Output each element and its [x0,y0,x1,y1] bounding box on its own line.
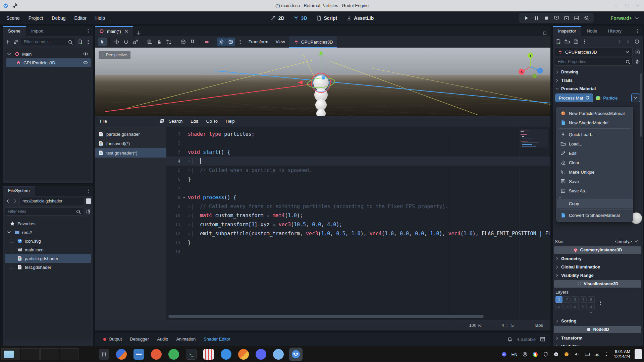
object-history-icon[interactable] [634,39,640,45]
open-docs-icon[interactable] [635,49,641,55]
section-drawing[interactable]: Drawing [553,68,643,76]
taskbar-app-chromium[interactable] [272,348,285,361]
panel-menu-icon[interactable] [635,28,641,34]
gizmo-y-ball[interactable]: Y [528,53,533,58]
workspace-cell[interactable] [40,348,59,360]
layer-button-7[interactable]: 7 [564,304,571,310]
scale-tool-button[interactable] [131,38,140,46]
z-axis-handle[interactable] [322,76,325,79]
indent-type[interactable]: Tabs [534,323,543,328]
shader-menu-file[interactable]: File [95,116,112,127]
workspace-assetlib[interactable]: AssetLib [342,14,377,22]
taskbar-app-media-player[interactable] [202,348,215,361]
code-line-6[interactable]: 6} [166,175,550,184]
file-filter-field[interactable] [5,207,83,216]
workspace-script[interactable]: Script [313,14,341,22]
favorites-row[interactable]: Favorites: [5,219,91,228]
select-tool-button[interactable] [98,38,107,46]
menu-item-copy[interactable]: Copy [557,199,633,208]
close-tab-icon[interactable] [123,28,129,34]
menu-help[interactable]: Help [91,11,109,25]
bottom-tab-output[interactable]: Output [100,333,125,346]
section-visibility-range[interactable]: Visibility Range [553,271,643,280]
movie-maker-button[interactable] [582,14,591,22]
code-line-1[interactable]: 1shader_type particles; [166,129,550,138]
taskbar-app-firefox[interactable] [237,348,250,361]
tray-label-en[interactable]: EN [512,352,518,357]
bottom-tab-shader-editor[interactable]: Shader Editor [200,333,234,346]
perspective-menu[interactable]: Perspective [99,51,130,59]
property-filter-input[interactable] [555,58,632,65]
file-res---[interactable]: res:// [5,228,91,237]
tray-chrome-ball[interactable] [532,351,538,357]
snap-tool-button[interactable] [188,38,197,46]
load-resource-icon[interactable] [564,39,570,45]
eye-icon[interactable] [83,60,89,66]
shader-menu-help[interactable]: Help [222,116,239,127]
taskbar-app-discord[interactable] [254,348,268,361]
expand-bottom-panel-icon[interactable] [540,336,546,342]
layer-button-2[interactable]: 2 [564,296,571,303]
viewport-3d[interactable]: Perspective Y X [95,48,550,116]
menu-scene[interactable]: Scene [2,11,24,25]
chevron-down-icon[interactable] [633,238,639,244]
menu-item-load-[interactable]: Load... [557,139,633,148]
code-line-8[interactable]: 8void process() { [166,193,550,202]
chevron-down-icon[interactable] [6,229,12,235]
gizmo-x-ball[interactable]: X [519,69,525,75]
taskbar-app-system-settings[interactable] [97,348,111,361]
zoom-level[interactable]: 100 % [469,323,482,328]
tray-volume[interactable] [574,351,580,357]
viewport-menu-view[interactable]: View [272,36,288,48]
play-scene-button[interactable] [562,14,571,22]
taskbar-app-green-editor[interactable] [167,348,180,361]
camera-tool-button[interactable] [203,38,211,46]
workspace-2d[interactable]: 2D [267,14,288,22]
code-line-13[interactable]: 13} [166,238,550,247]
chevron-down-icon[interactable] [6,51,12,57]
bottom-tab-debugger[interactable]: Debugger [126,333,152,346]
show-desktop-tile[interactable] [635,349,642,359]
fold-column[interactable] [180,195,188,199]
axis-navigation-gizmo[interactable]: Y X [516,51,546,81]
section-transform[interactable]: Transform [553,334,643,342]
taskbar-app-godot[interactable] [289,348,303,361]
skin-value[interactable]: <empty> [615,239,632,244]
resource-menu-icon[interactable] [582,39,588,45]
tray-discord-mini[interactable] [501,351,507,357]
panel-menu-icon[interactable] [85,188,91,194]
menu-editor[interactable]: Editor [70,11,91,25]
shader-file--unsaved----[interactable]: [unsaved](*) [95,139,166,148]
play-button[interactable] [522,14,531,22]
save-resource-icon[interactable] [573,39,579,45]
globe-tool-button[interactable] [226,38,235,46]
split-view-toggle[interactable] [86,198,91,204]
shader-menu-search[interactable]: Search [165,116,186,127]
eye-icon[interactable] [83,51,89,57]
attach-script-icon[interactable] [77,39,83,45]
menu-item-new-particleprocessmaterial[interactable]: New ParticleProcessMaterial [557,109,633,118]
history-back-icon[interactable] [616,39,623,45]
x-axis-arrow[interactable] [298,80,303,84]
expand-viewport-icon[interactable] [542,30,548,36]
section-sorting[interactable]: Sorting [553,317,643,325]
tray-shield[interactable] [543,351,549,357]
file-test.gdshader[interactable]: test.gdshader [5,263,91,272]
scene-filter-input[interactable] [21,38,75,46]
process-material-assign-button[interactable]: Process Mat [555,94,593,102]
nav-forward-icon[interactable] [12,198,18,204]
rotate-tool-button[interactable] [122,38,130,46]
new-resource-icon[interactable] [555,39,561,45]
file-icon.svg[interactable]: icon.svg [5,237,91,245]
taskbar-app-brave[interactable] [150,348,163,361]
shader-file-test.gdshader---[interactable]: test.gdshader(*) [95,148,166,158]
file-main.tscn[interactable]: main.tscn [5,245,91,254]
workspace-cell[interactable] [60,348,78,360]
tab-import[interactable]: Import [26,26,49,36]
horizontal-scrollbar[interactable] [168,315,484,318]
layer-button-5[interactable]: 5 [588,296,595,303]
file-filter-input[interactable] [5,208,83,215]
history-forward-icon[interactable] [625,39,631,45]
tray-keyboard[interactable] [584,351,590,357]
taskbar-clock[interactable]: 9:01 AM12/14/24 [614,349,630,359]
